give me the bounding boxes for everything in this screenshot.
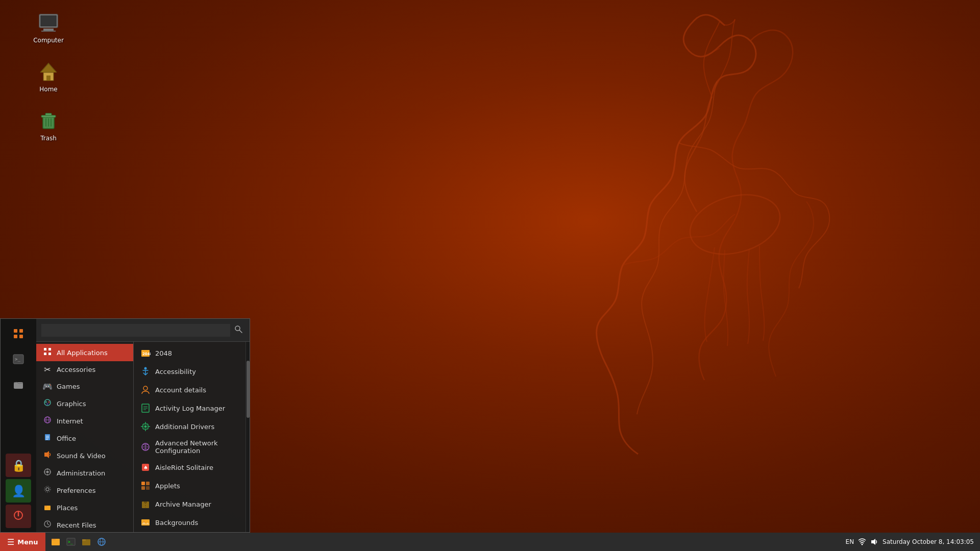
sidebar-user-btn[interactable]: 👤 bbox=[6, 479, 31, 503]
app-applets[interactable]: Applets bbox=[134, 477, 246, 495]
terminal-icon: >_ bbox=[13, 354, 24, 367]
category-accessories[interactable]: ✂ Accessories bbox=[36, 361, 133, 378]
lang-indicator[interactable]: EN bbox=[846, 538, 854, 545]
app-backgrounds-icon bbox=[140, 517, 151, 528]
app-account-icon bbox=[140, 384, 151, 395]
svg-rect-84 bbox=[146, 482, 150, 485]
app-additional-drivers[interactable]: Additional Drivers bbox=[134, 417, 246, 436]
app-drivers-icon bbox=[140, 421, 151, 432]
datetime[interactable]: Saturday October 8, 14:03:05 bbox=[883, 538, 974, 545]
menu-icon: ☰ bbox=[7, 537, 14, 547]
menu-body: All Applications ✂ Accessories 🎮 Games G… bbox=[36, 342, 250, 532]
svg-rect-60 bbox=[44, 506, 47, 507]
category-recent-label: Recent Files bbox=[57, 521, 96, 529]
category-all[interactable]: All Applications bbox=[36, 344, 133, 361]
svg-rect-18 bbox=[82, 539, 86, 541]
home-icon[interactable]: Home bbox=[28, 59, 69, 93]
network-icon bbox=[858, 538, 866, 546]
folder-icon bbox=[13, 379, 24, 393]
category-graphics[interactable]: Graphics bbox=[36, 395, 133, 412]
app-account-details[interactable]: Account details bbox=[134, 381, 246, 399]
sidebar-terminal-btn[interactable]: >_ bbox=[6, 348, 31, 372]
svg-rect-14 bbox=[52, 539, 56, 540]
app-menu: >_ 🔒 👤 bbox=[0, 318, 250, 533]
app-archive-manager[interactable]: Archive Manager bbox=[134, 495, 246, 513]
category-sound-video[interactable]: Sound & Video bbox=[36, 447, 133, 464]
computer-icon[interactable]: Computer bbox=[28, 10, 69, 44]
category-games[interactable]: 🎮 Games bbox=[36, 378, 133, 395]
svg-rect-27 bbox=[19, 335, 23, 338]
taskbar-app-terminal[interactable]: >_ bbox=[64, 535, 78, 549]
home-icon-img bbox=[36, 59, 61, 84]
svg-point-57 bbox=[46, 488, 49, 491]
apps-list: 2048 2048 Accessibility Account details bbox=[133, 342, 246, 532]
menu-button[interactable]: ☰ Menu bbox=[0, 533, 45, 551]
category-all-label: All Applications bbox=[57, 349, 108, 357]
svg-rect-83 bbox=[141, 482, 145, 485]
app-backgrounds-label: Backgrounds bbox=[155, 519, 198, 527]
app-2048-label: 2048 bbox=[155, 349, 172, 357]
app-adv-network[interactable]: Advanced Network Configuration bbox=[134, 436, 246, 458]
category-places[interactable]: Places bbox=[36, 499, 133, 516]
app-additional-drivers-label: Additional Drivers bbox=[155, 423, 214, 431]
recent-files-icon bbox=[42, 520, 53, 530]
taskbar-app-files[interactable] bbox=[48, 535, 63, 549]
category-graphics-label: Graphics bbox=[57, 400, 86, 408]
svg-point-58 bbox=[44, 486, 51, 492]
app-backgrounds[interactable]: Backgrounds bbox=[134, 513, 246, 532]
app-accessibility[interactable]: Accessibility bbox=[134, 362, 246, 381]
svg-rect-8 bbox=[41, 115, 56, 117]
all-apps-icon bbox=[42, 347, 53, 358]
places-icon bbox=[42, 503, 53, 513]
menu-sidebar: >_ 🔒 👤 bbox=[1, 319, 36, 532]
menu-content: All Applications ✂ Accessories 🎮 Games G… bbox=[36, 319, 250, 532]
apps-grid-icon bbox=[12, 328, 24, 342]
svg-rect-25 bbox=[19, 329, 23, 333]
app-accessibility-label: Accessibility bbox=[155, 368, 196, 375]
app-aisle-riot[interactable]: ♠ AisleRiot Solitaire bbox=[134, 458, 246, 477]
computer-icon-img bbox=[36, 10, 61, 35]
taskbar-app-other[interactable] bbox=[94, 535, 109, 549]
antelope-decoration bbox=[521, 0, 878, 459]
svg-point-73 bbox=[144, 425, 147, 428]
category-office[interactable]: Office bbox=[36, 430, 133, 447]
scroll-indicator[interactable] bbox=[246, 342, 250, 532]
accessories-icon: ✂ bbox=[42, 365, 53, 374]
sidebar-lock-btn[interactable]: 🔒 bbox=[6, 454, 31, 477]
app-activity-log[interactable]: Activity Log Manager bbox=[134, 399, 246, 417]
category-games-label: Games bbox=[57, 383, 80, 390]
taskbar: ☰ Menu >_ EN Saturday October 8, 14:03:0… bbox=[0, 533, 980, 551]
app-aisle-riot-label: AisleRiot Solitaire bbox=[155, 464, 213, 471]
svg-point-42 bbox=[46, 403, 48, 405]
office-icon bbox=[42, 433, 53, 443]
category-internet[interactable]: Internet bbox=[36, 412, 133, 430]
svg-text:>_: >_ bbox=[68, 540, 73, 544]
svg-rect-38 bbox=[48, 353, 51, 355]
category-recent[interactable]: Recent Files bbox=[36, 516, 133, 532]
svg-point-40 bbox=[45, 401, 47, 403]
svg-rect-85 bbox=[141, 486, 145, 490]
category-places-label: Places bbox=[57, 504, 78, 512]
app-2048-icon: 2048 bbox=[140, 347, 151, 359]
category-internet-label: Internet bbox=[57, 417, 83, 425]
taskbar-app-filemanager[interactable] bbox=[79, 535, 93, 549]
category-administration[interactable]: Administration bbox=[36, 464, 133, 482]
category-preferences[interactable]: Preferences bbox=[36, 482, 133, 499]
svg-rect-4 bbox=[40, 15, 57, 27]
lock-icon: 🔒 bbox=[12, 459, 26, 472]
svg-rect-90 bbox=[141, 519, 150, 525]
svg-point-52 bbox=[46, 471, 49, 473]
app-backups[interactable]: Backups bbox=[134, 532, 246, 532]
search-input[interactable] bbox=[41, 324, 230, 337]
search-button[interactable] bbox=[232, 323, 244, 337]
sidebar-apps-btn[interactable] bbox=[6, 323, 31, 346]
app-activity-log-label: Activity Log Manager bbox=[155, 405, 225, 412]
sidebar-files-btn[interactable] bbox=[6, 374, 31, 397]
trash-icon[interactable]: Trash bbox=[28, 108, 69, 142]
trash-label: Trash bbox=[40, 135, 57, 142]
svg-line-63 bbox=[47, 524, 49, 525]
app-2048[interactable]: 2048 2048 bbox=[134, 344, 246, 362]
sidebar-power-btn[interactable] bbox=[6, 505, 31, 528]
graphics-icon bbox=[42, 398, 53, 409]
svg-text:>_: >_ bbox=[15, 357, 20, 362]
